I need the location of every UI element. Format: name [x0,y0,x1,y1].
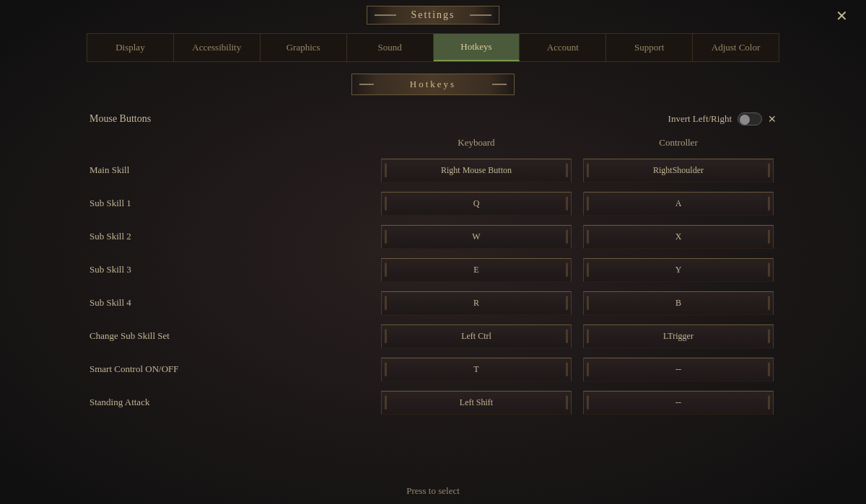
keybind-row: Change Sub Skill Set Left Ctrl LTrigger [87,320,779,352]
controller-binding-6[interactable]: -- [583,358,774,381]
action-label-4: Sub Skill 4 [87,297,375,309]
keybind-list: Main Skill Right Mouse Button RightShoul… [87,154,779,420]
keybind-row: Sub Skill 1 Q A [87,187,779,219]
keyboard-binding-7[interactable]: Left Shift [381,391,572,415]
invert-label: Invert Left/Right [668,113,732,125]
tab-account[interactable]: Account [520,34,606,61]
action-label-7: Standing Attack [87,397,375,408]
modal-title: Settings [411,9,455,20]
keybind-row: Sub Skill 4 R B [87,287,779,319]
invert-clear-button[interactable]: ✕ [768,113,777,125]
controller-binding-2[interactable]: X [583,225,774,249]
keyboard-header: Keyboard [375,137,577,149]
controller-binding-3[interactable]: Y [583,258,774,282]
controller-binding-5[interactable]: LTrigger [583,324,774,348]
sub-banner: Hotkeys [351,74,515,95]
keybind-row: Smart Control ON/OFF T -- [87,353,779,385]
section-header: Mouse Buttons Invert Left/Right ✕ [87,112,779,125]
controller-header: Controller [577,137,779,149]
action-label-3: Sub Skill 3 [87,264,375,275]
keybind-row: Main Skill Right Mouse Button RightShoul… [87,154,779,186]
close-button[interactable]: ✕ [831,6,852,26]
tab-support[interactable]: Support [606,34,693,61]
keyboard-binding-5[interactable]: Left Ctrl [381,324,572,348]
settings-modal: Settings ✕ Display Accessibility Graphic… [0,0,866,504]
column-headers: Keyboard Controller [87,137,779,149]
keybind-row: Standing Attack Left Shift -- [87,386,779,418]
section-title: Mouse Buttons [89,113,151,125]
action-label-1: Sub Skill 1 [87,198,375,209]
tab-graphics[interactable]: Graphics [261,34,347,61]
tab-hotkeys[interactable]: Hotkeys [434,34,520,61]
tab-display[interactable]: Display [87,34,174,61]
action-label-6: Smart Control ON/OFF [87,363,375,375]
content-area: Mouse Buttons Invert Left/Right ✕ Keyboa… [87,112,779,420]
controller-binding-7[interactable]: -- [583,391,774,415]
tab-accessibility[interactable]: Accessibility [174,34,261,61]
keyboard-binding-6[interactable]: T [381,358,572,381]
keybind-row: Sub Skill 3 E Y [87,254,779,286]
controller-binding-4[interactable]: B [583,291,774,315]
keyboard-binding-4[interactable]: R [381,291,572,315]
action-label-5: Change Sub Skill Set [87,330,375,342]
invert-toggle[interactable] [738,112,762,125]
controller-binding-1[interactable]: A [583,192,774,216]
footer: Press to select [0,485,866,497]
keyboard-binding-1[interactable]: Q [381,192,572,216]
keybind-row: Sub Skill 2 W X [87,221,779,252]
invert-control: Invert Left/Right ✕ [668,112,777,125]
keyboard-binding-0[interactable]: Right Mouse Button [381,159,572,182]
modal-header: Settings ✕ [0,0,866,27]
controller-binding-0[interactable]: RightShoulder [583,159,774,182]
keyboard-binding-2[interactable]: W [381,225,572,249]
title-banner: Settings [367,6,499,25]
sub-title: Hotkeys [410,79,456,89]
keyboard-binding-3[interactable]: E [381,258,572,282]
toggle-knob [740,115,750,125]
tab-adjust-color[interactable]: Adjust Color [693,34,779,61]
sub-header: Hotkeys [351,74,515,95]
nav-tabs: Display Accessibility Graphics Sound Hot… [87,33,779,62]
tab-sound[interactable]: Sound [347,34,434,61]
footer-label: Press to select [406,485,460,496]
action-label-0: Main Skill [87,164,375,176]
action-label-2: Sub Skill 2 [87,231,375,242]
